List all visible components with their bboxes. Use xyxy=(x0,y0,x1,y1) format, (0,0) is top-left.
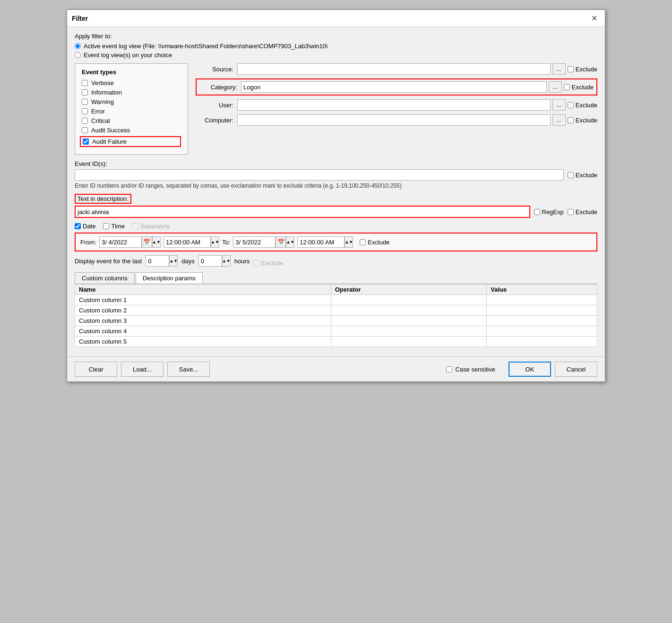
apply-filter-label: Apply filter to: xyxy=(75,33,597,40)
from-time-spin-button[interactable]: ▲▼ xyxy=(211,236,219,248)
days-input[interactable] xyxy=(146,255,169,267)
last-row: Display event for the last ▲▼ days ▲▼ ho… xyxy=(75,255,597,267)
category-input[interactable] xyxy=(241,81,547,93)
category-label: Category: xyxy=(199,84,237,91)
checkbox-verbose: Verbose xyxy=(82,79,181,87)
separately-checkbox-label[interactable]: Separately xyxy=(132,223,170,230)
category-exclude-label: Exclude xyxy=(572,84,594,91)
event-ids-label: Event ID(s): xyxy=(75,160,597,167)
user-input[interactable] xyxy=(237,99,551,111)
checkbox-critical: Critical xyxy=(82,117,181,124)
table-cell-3-2 xyxy=(487,326,597,337)
clear-button[interactable]: Clear xyxy=(75,362,117,377)
table-cell-2-0: Custom column 3 xyxy=(75,316,331,326)
radio-active-label: Active event log view (File: \\vmware-ho… xyxy=(84,43,328,50)
event-types-box: Event types Verbose Information Warning … xyxy=(75,63,188,155)
from-date-spin-button[interactable]: ▲▼ xyxy=(152,236,161,248)
error-checkbox[interactable] xyxy=(82,108,88,114)
radio-active-input[interactable] xyxy=(75,43,81,49)
user-row: User: ... Exclude xyxy=(196,99,597,111)
text-desc-label: Text in description: xyxy=(78,195,129,202)
warning-checkbox[interactable] xyxy=(82,99,88,105)
time-checkbox[interactable] xyxy=(103,223,109,229)
text-desc-exclude-checkbox[interactable] xyxy=(568,209,574,215)
regexp-checkbox[interactable] xyxy=(534,209,540,215)
event-ids-exclude-checkbox[interactable] xyxy=(568,172,574,178)
days-spin-button[interactable]: ▲▼ xyxy=(169,255,178,267)
source-input[interactable] xyxy=(237,63,551,75)
source-label: Source: xyxy=(196,66,233,73)
fields-column: Source: ... Exclude Category: xyxy=(196,63,597,155)
table-row: Custom column 1 xyxy=(75,295,597,305)
close-button[interactable]: ✕ xyxy=(588,13,600,24)
date-checkbox[interactable] xyxy=(75,223,81,229)
datetime-exclude-checkbox[interactable] xyxy=(360,239,366,245)
time-checkbox-label[interactable]: Time xyxy=(103,223,124,230)
user-dots-button[interactable]: ... xyxy=(552,99,566,111)
dialog-title: Filter xyxy=(72,15,88,22)
audit-success-checkbox[interactable] xyxy=(82,127,88,133)
table-cell-0-0: Custom column 1 xyxy=(75,295,331,305)
checkbox-warning: Warning xyxy=(82,98,181,105)
hours-input[interactable] xyxy=(198,255,222,267)
user-label: User: xyxy=(196,102,233,109)
hours-label: hours xyxy=(234,258,250,265)
source-dots-button[interactable]: ... xyxy=(552,63,566,75)
user-exclude-checkbox[interactable] xyxy=(568,102,574,108)
information-checkbox[interactable] xyxy=(82,89,88,95)
hours-spin-button[interactable]: ▲▼ xyxy=(222,255,231,267)
information-label: Information xyxy=(91,89,122,96)
bottom-bar: Clear Load... Save... Case sensitive OK … xyxy=(67,356,605,381)
checkbox-information: Information xyxy=(82,89,181,96)
source-exclude-checkbox[interactable] xyxy=(568,66,574,72)
custom-columns-section: Custom columns Description params Name O… xyxy=(75,272,597,347)
table-header-row: Name Operator Value xyxy=(75,285,597,295)
table-cell-1-1 xyxy=(331,305,487,316)
ok-button[interactable]: OK xyxy=(508,362,551,377)
from-date-input[interactable] xyxy=(99,236,142,248)
table-row: Custom column 5 xyxy=(75,337,597,347)
datetime-exclude-label: Exclude xyxy=(368,239,389,246)
table-row: Custom column 2 xyxy=(75,305,597,316)
critical-checkbox[interactable] xyxy=(82,118,88,124)
computer-dots-button[interactable]: ... xyxy=(552,114,566,126)
to-date-calendar-button[interactable]: 📅 xyxy=(276,236,286,248)
category-exclude: Exclude xyxy=(564,84,594,91)
custom-columns-table: Name Operator Value Custom column 1Custo… xyxy=(75,284,597,347)
tab-description-params[interactable]: Description params xyxy=(136,272,203,284)
radio-choice-input[interactable] xyxy=(75,52,81,58)
category-exclude-checkbox[interactable] xyxy=(564,84,570,90)
regexp-label: RegExp xyxy=(542,208,564,216)
to-date-spin-button[interactable]: ▲▼ xyxy=(286,236,294,248)
tab-custom-columns[interactable]: Custom columns xyxy=(75,272,135,284)
load-button[interactable]: Load... xyxy=(121,362,164,377)
last-exclude: Exclude xyxy=(253,260,283,267)
text-desc-input[interactable] xyxy=(75,206,530,218)
table-cell-3-1 xyxy=(331,326,487,337)
save-button[interactable]: Save... xyxy=(167,362,210,377)
from-label: From: xyxy=(80,239,96,246)
cancel-button[interactable]: Cancel xyxy=(555,362,597,377)
case-sensitive-checkbox[interactable] xyxy=(446,366,452,372)
table-cell-2-1 xyxy=(331,316,487,326)
table-row: Custom column 3 xyxy=(75,316,597,326)
to-date-input[interactable] xyxy=(233,236,276,248)
computer-input[interactable] xyxy=(237,114,551,126)
to-time-input[interactable] xyxy=(297,236,345,248)
separately-checkbox[interactable] xyxy=(132,223,138,229)
user-exclude-label: Exclude xyxy=(576,102,597,109)
last-exclude-checkbox[interactable] xyxy=(253,260,259,266)
from-time-input[interactable] xyxy=(164,236,211,248)
computer-exclude-checkbox[interactable] xyxy=(568,117,574,123)
from-date-calendar-button[interactable]: 📅 xyxy=(142,236,152,248)
warning-label: Warning xyxy=(91,98,114,105)
verbose-checkbox[interactable] xyxy=(82,80,88,86)
date-checkbox-label[interactable]: Date xyxy=(75,223,95,230)
user-exclude: Exclude xyxy=(568,102,597,109)
to-time-spin-button[interactable]: ▲▼ xyxy=(345,236,353,248)
audit-failure-checkbox[interactable] xyxy=(83,138,89,145)
event-ids-input[interactable] xyxy=(75,169,564,181)
col-header-value: Value xyxy=(487,285,597,295)
category-dots-button[interactable]: ... xyxy=(549,81,562,93)
custom-tabs: Custom columns Description params xyxy=(75,272,597,284)
